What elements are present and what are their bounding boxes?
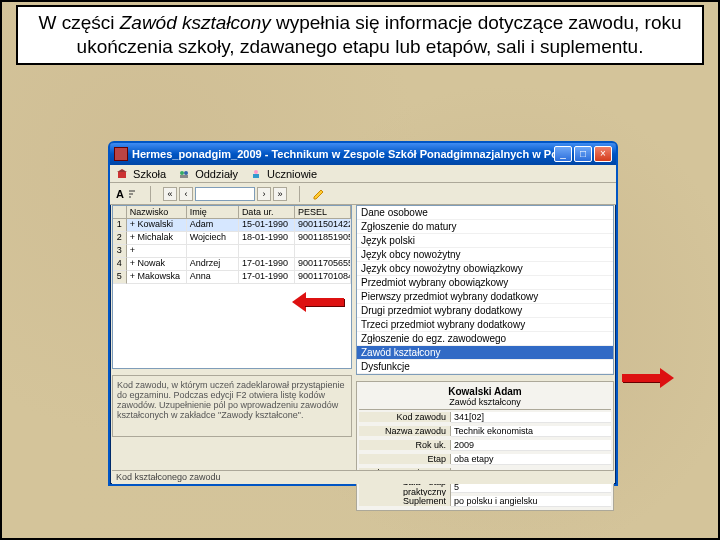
callout-arrow-form [622,371,674,385]
nav-first-button[interactable]: « [163,187,177,201]
section-item[interactable]: Pierwszy przedmiot wybrany dodatkowy [357,290,613,304]
toolbar-letter[interactable]: A [116,188,124,200]
form-section-title: Zawód kształcony [359,397,611,410]
nav-prev-button[interactable]: ‹ [179,187,193,201]
school-icon [116,168,128,180]
form-value[interactable]: oba etapy [451,454,611,465]
form-row: Rok uk.2009 [359,438,611,452]
close-button[interactable]: × [594,146,612,162]
section-item[interactable]: Zgłoszenie do matury [357,220,613,234]
groups-icon [178,168,190,180]
menu-oddzialy[interactable]: Oddziały [178,168,238,180]
table-row[interactable]: 3+ [113,245,351,258]
toolbar: A « ‹ › » [110,183,616,205]
svg-marker-1 [117,169,127,172]
section-item[interactable]: Dysfunkcje [357,360,613,374]
table-row[interactable]: 2+ MichalakWojciech18-01-199090011851905 [113,232,351,245]
status-bar: Kod kształconego zawodu [112,470,614,484]
right-pane: Dane osoboweZgłoszenie do maturyJęzyk po… [356,205,614,470]
form-panel: Kowalski Adam Zawód kształcony Kod zawod… [356,381,614,511]
edit-icon[interactable] [312,187,326,201]
form-label: Nazwa zawodu [359,426,451,436]
table-row[interactable]: 1+ KowalskiAdam15-01-199090011501422 [113,219,351,232]
svg-rect-6 [253,174,259,178]
section-item[interactable]: Trzeci przedmiot wybrany dodatkowy [357,318,613,332]
form-row: Etapoba etapy [359,452,611,466]
section-item[interactable]: Język obcy nowożytny [357,248,613,262]
minimize-button[interactable]: _ [554,146,572,162]
form-row: Suplementpo polsku i angielsku [359,494,611,508]
nav-last-button[interactable]: » [273,187,287,201]
grid-header: Nazwisko Imię Data ur. PESEL [113,206,351,219]
app-icon [114,147,128,161]
section-item[interactable]: Dane osobowe [357,206,613,220]
col-dataur[interactable]: Data ur. [239,206,295,218]
students-grid[interactable]: Nazwisko Imię Data ur. PESEL 1+ Kowalski… [112,205,352,369]
hint-text: Kod zawodu, w którym uczeń zadeklarował … [112,375,352,437]
form-label: Etap [359,454,451,464]
section-item[interactable]: Zgłoszenie do egz. zawodowego [357,332,613,346]
maximize-button[interactable]: □ [574,146,592,162]
section-item[interactable]: Język polski [357,234,613,248]
menu-uczniowie[interactable]: Uczniowie [250,168,317,180]
section-item[interactable]: Zawód kształcony [357,346,613,360]
window-title: Hermes_ponadgim_2009 - Technikum w Zespo… [132,148,554,160]
svg-rect-4 [180,175,188,178]
caption-emph: Zawód kształcony [120,12,271,33]
students-icon [250,168,262,180]
section-list[interactable]: Dane osoboweZgłoszenie do maturyJęzyk po… [356,205,614,375]
callout-arrow-list [292,295,344,309]
col-pesel[interactable]: PESEL [295,206,351,218]
section-item[interactable]: Język obcy nowożytny obowiązkowy [357,262,613,276]
svg-point-5 [254,170,258,174]
form-row: Nazwa zawoduTechnik ekonomista [359,424,611,438]
svg-rect-0 [118,172,126,178]
svg-point-2 [180,171,184,175]
form-value[interactable]: po polsku i angielsku [451,496,611,507]
col-nazwisko[interactable]: Nazwisko [127,206,187,218]
form-label: Rok uk. [359,440,451,450]
menubar: Szkoła Oddziały Uczniowie [110,165,616,183]
form-label: Kod zawodu [359,412,451,422]
form-label: Suplement [359,496,451,506]
table-row[interactable]: 5+ MakowskaAnna17-01-199090011701084 [113,271,351,284]
section-item[interactable]: Przedmiot wybrany obowiązkowy [357,276,613,290]
menu-szkola[interactable]: Szkoła [116,168,166,180]
form-value[interactable]: 341[02] [451,412,611,423]
table-row[interactable]: 4+ NowakAndrzej17-01-199090011705655 [113,258,351,271]
section-item[interactable]: Drugi przedmiot wybrany dodatkowy [357,304,613,318]
caption-pre: W części [38,12,119,33]
record-search-input[interactable] [195,187,255,201]
titlebar[interactable]: Hermes_ponadgim_2009 - Technikum w Zespo… [110,143,616,165]
form-value[interactable]: 2009 [451,440,611,451]
form-row: Kod zawodu341[02] [359,410,611,424]
col-imie[interactable]: Imię [187,206,239,218]
form-value[interactable]: Technik ekonomista [451,426,611,437]
svg-point-3 [184,171,188,175]
app-window: Hermes_ponadgim_2009 - Technikum w Zespo… [108,141,618,486]
instruction-caption: W części Zawód kształcony wypełnia się i… [16,5,704,65]
nav-next-button[interactable]: › [257,187,271,201]
left-pane: Nazwisko Imię Data ur. PESEL 1+ Kowalski… [112,205,352,470]
form-student-name: Kowalski Adam [359,384,611,397]
sort-icon[interactable] [126,188,138,200]
